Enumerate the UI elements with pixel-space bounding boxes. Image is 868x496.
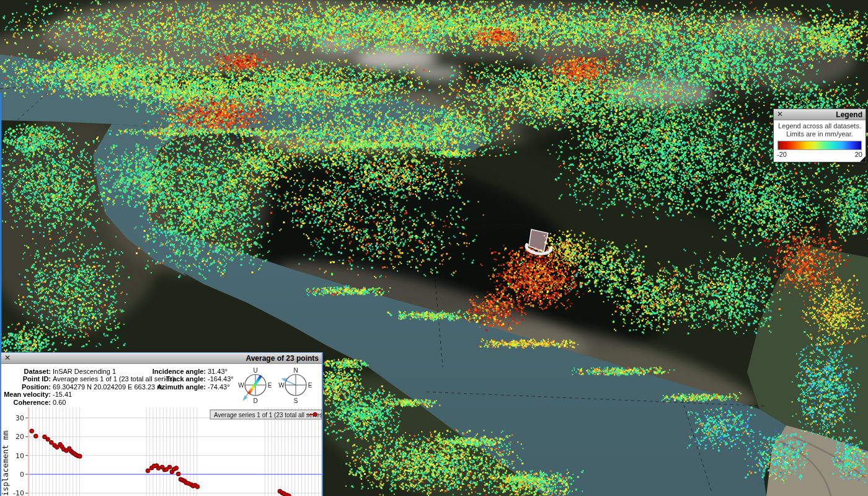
legend-text-line1: Legend across all datasets. bbox=[776, 122, 863, 130]
field-mean-velocity: Mean velocity: -15.41 bbox=[1, 391, 175, 398]
resize-handle[interactable] bbox=[860, 156, 866, 162]
close-icon[interactable]: ✕ bbox=[1, 353, 14, 363]
legend-titlebar[interactable]: ✕ Legend bbox=[774, 109, 866, 120]
field-azimuth-angle: Azimuth angle: -74.43° bbox=[133, 383, 234, 391]
field-label: Incidence angle: bbox=[133, 368, 206, 375]
los-arrowhead-icon bbox=[243, 396, 248, 401]
field-value: -74.43° bbox=[206, 383, 230, 391]
compass-label-north: N bbox=[293, 367, 298, 374]
point-details-panel: ✕ Average of 23 points Dataset: InSAR De… bbox=[0, 352, 323, 496]
close-icon[interactable]: ✕ bbox=[774, 109, 786, 120]
compass-label-east: E bbox=[308, 382, 312, 389]
field-label: Point ID: bbox=[1, 375, 51, 383]
point-info-block: Dataset: InSAR Descending 1 Point ID: Av… bbox=[1, 367, 322, 407]
colorbar-min-label: -20 bbox=[777, 151, 787, 159]
field-value: -164.43° bbox=[206, 375, 234, 383]
field-label: Dataset: bbox=[1, 368, 51, 375]
legend-text-line2: Limits are in mm/year. bbox=[776, 130, 863, 138]
legend-panel: ✕ Legend Legend across all datasets. Lim… bbox=[773, 108, 866, 162]
field-value: -15.41 bbox=[51, 391, 72, 398]
point-panel-title: Average of 23 points bbox=[246, 354, 322, 363]
azimuth-compass: N S W E bbox=[278, 366, 314, 407]
field-label: Track angle: bbox=[133, 375, 206, 383]
point-panel-titlebar[interactable]: ✕ Average of 23 points bbox=[1, 353, 322, 364]
svg-text:0: 0 bbox=[20, 471, 24, 479]
compass-label-up: U bbox=[253, 367, 257, 374]
compass-label-west: W bbox=[278, 382, 285, 389]
field-label: Mean velocity: bbox=[1, 391, 51, 398]
svg-text:Displacement mm: Displacement mm bbox=[1, 431, 10, 496]
field-value: 31.43° bbox=[206, 368, 228, 375]
field-label: Position: bbox=[1, 383, 51, 391]
svg-text:Average series 1 of 1 (23 tota: Average series 1 of 1 (23 total all seri… bbox=[214, 412, 322, 418]
svg-text:30: 30 bbox=[16, 414, 24, 422]
field-track-angle: Track angle: -164.43° bbox=[133, 375, 234, 383]
velocity-colorbar bbox=[777, 141, 862, 150]
legend-body: Legend across all datasets. Limits are i… bbox=[774, 120, 866, 162]
svg-text:20: 20 bbox=[16, 433, 24, 441]
svg-text:10: 10 bbox=[16, 452, 24, 460]
compass-label-west: W bbox=[238, 382, 244, 389]
field-incidence-angle: Incidence angle: 31.43° bbox=[133, 368, 234, 375]
insar-3d-viewer: ✕ Legend Legend across all datasets. Lim… bbox=[0, 0, 868, 496]
field-label: Azimuth angle: bbox=[133, 383, 206, 391]
los-direction-compass: U D W E bbox=[238, 366, 274, 407]
displacement-time-series-chart[interactable]: 3020100-10Displacement mmAverage series … bbox=[1, 404, 322, 496]
svg-text:-10: -10 bbox=[13, 489, 24, 496]
legend-title: Legend bbox=[836, 110, 866, 119]
compass-label-east: E bbox=[268, 382, 272, 389]
field-value: InSAR Descending 1 bbox=[51, 368, 116, 375]
geometry-attributes: Incidence angle: 31.43° Track angle: -16… bbox=[133, 368, 234, 391]
